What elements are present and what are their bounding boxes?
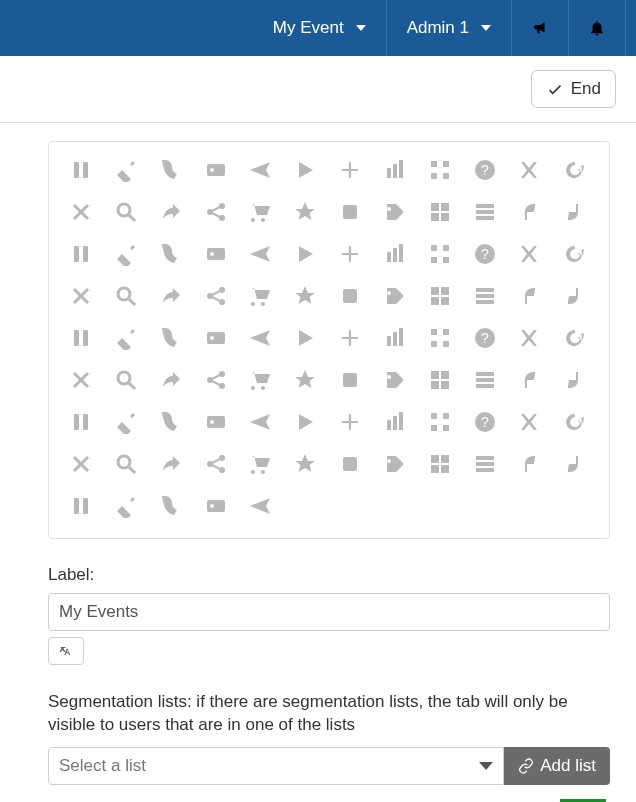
mountain-icon[interactable] (202, 450, 230, 478)
plane-icon[interactable] (246, 156, 274, 184)
id-card-icon[interactable] (202, 156, 230, 184)
announce-button[interactable] (518, 0, 562, 56)
file-download-icon[interactable] (157, 408, 185, 436)
add-list-button[interactable]: Add list (504, 747, 610, 785)
tree-icon[interactable] (67, 492, 95, 520)
headset-icon[interactable] (471, 408, 499, 436)
star-icon[interactable] (291, 198, 319, 226)
bar-chart-icon[interactable] (381, 156, 409, 184)
bookmark-icon[interactable] (202, 282, 230, 310)
flag-icon[interactable] (336, 408, 364, 436)
arrow-circle-right-icon[interactable] (515, 240, 543, 268)
qrcode-icon[interactable] (426, 156, 454, 184)
random-icon[interactable] (515, 156, 543, 184)
file-audio-icon[interactable] (67, 408, 95, 436)
pencil-icon[interactable] (112, 156, 140, 184)
hard-drive-icon[interactable] (426, 408, 454, 436)
suitcase-icon[interactable] (515, 324, 543, 352)
tag-icon[interactable] (381, 198, 409, 226)
calendar-icon[interactable] (381, 240, 409, 268)
trophy-icon[interactable] (67, 366, 95, 394)
file-pdf-icon[interactable] (202, 408, 230, 436)
end-button[interactable]: End (531, 70, 616, 108)
play-icon[interactable] (291, 156, 319, 184)
eye-icon[interactable] (471, 366, 499, 394)
comment-icon[interactable] (336, 282, 364, 310)
user-icon[interactable] (246, 240, 274, 268)
rss-icon[interactable] (381, 324, 409, 352)
file-code-icon[interactable] (112, 408, 140, 436)
server-icon[interactable] (426, 450, 454, 478)
thumbs-down-icon[interactable] (515, 198, 543, 226)
info-circle-icon[interactable] (560, 408, 588, 436)
file-invoice-icon[interactable] (560, 366, 588, 394)
label-input[interactable] (48, 593, 610, 631)
lightbulb-on-icon[interactable] (112, 450, 140, 478)
th-list-icon[interactable] (471, 198, 499, 226)
keyboard-icon[interactable] (67, 450, 95, 478)
question-circle-o-icon[interactable] (246, 324, 274, 352)
video-icon[interactable] (157, 492, 185, 520)
car-icon[interactable] (202, 366, 230, 394)
wrench-icon[interactable] (336, 240, 364, 268)
notifications-button[interactable] (575, 0, 619, 56)
barcode-icon[interactable] (67, 282, 95, 310)
cart-plus-icon[interactable] (246, 366, 274, 394)
briefcase-icon[interactable] (246, 282, 274, 310)
mobile-icon[interactable] (157, 450, 185, 478)
shield-icon[interactable] (471, 450, 499, 478)
refresh-icon[interactable] (560, 156, 588, 184)
flag-checkered-icon[interactable] (515, 282, 543, 310)
clipboard-check-icon[interactable] (291, 366, 319, 394)
arrow-circle-up-icon[interactable] (560, 240, 588, 268)
pen-icon[interactable] (246, 450, 274, 478)
rocket-icon[interactable] (381, 450, 409, 478)
magic-icon[interactable] (67, 324, 95, 352)
map-icon[interactable] (112, 324, 140, 352)
paper-plane-icon[interactable] (157, 324, 185, 352)
cogs-icon[interactable] (381, 282, 409, 310)
window-close-icon[interactable] (246, 492, 274, 520)
thumbs-up-icon[interactable] (560, 198, 588, 226)
camera-retro-icon[interactable] (157, 366, 185, 394)
file-text-icon[interactable] (471, 282, 499, 310)
th-large-icon[interactable] (426, 198, 454, 226)
plus-icon[interactable] (336, 156, 364, 184)
dollar-icon[interactable] (202, 240, 230, 268)
wifi-icon[interactable] (202, 492, 230, 520)
share-icon[interactable] (157, 198, 185, 226)
cloud-icon[interactable] (381, 366, 409, 394)
file-word-icon[interactable] (291, 408, 319, 436)
print-icon[interactable] (291, 450, 319, 478)
dice-icon[interactable] (426, 366, 454, 394)
tint-icon[interactable] (112, 240, 140, 268)
clock-icon[interactable] (112, 366, 140, 394)
battery-icon[interactable] (112, 282, 140, 310)
shopping-basket-icon[interactable] (426, 324, 454, 352)
eye-slash-icon[interactable] (515, 366, 543, 394)
lightbulb-icon[interactable] (560, 282, 588, 310)
arrow-circle-down-icon[interactable] (426, 240, 454, 268)
stop-icon[interactable] (336, 198, 364, 226)
arrow-circle-left-icon[interactable] (471, 240, 499, 268)
search-icon[interactable] (112, 198, 140, 226)
desktop-icon[interactable] (426, 282, 454, 310)
shopping-cart-icon[interactable] (246, 198, 274, 226)
bell-slash-icon[interactable] (157, 282, 185, 310)
phone-icon[interactable] (157, 156, 185, 184)
redo-icon[interactable] (291, 324, 319, 352)
snowflake-icon[interactable] (515, 450, 543, 478)
translate-button[interactable] (48, 637, 84, 665)
admin-dropdown[interactable]: Admin 1 (393, 0, 505, 56)
ticket-icon[interactable] (67, 240, 95, 268)
pause-icon[interactable] (67, 156, 95, 184)
sitemap-icon[interactable] (471, 324, 499, 352)
question-circle-icon[interactable] (471, 156, 499, 184)
sync-icon[interactable] (560, 450, 588, 478)
glasses-icon[interactable] (381, 408, 409, 436)
users-icon[interactable] (291, 240, 319, 268)
user-circle-icon[interactable] (112, 492, 140, 520)
cloud-download-icon[interactable] (336, 366, 364, 394)
event-dropdown[interactable]: My Event (259, 0, 380, 56)
road-icon[interactable] (336, 324, 364, 352)
